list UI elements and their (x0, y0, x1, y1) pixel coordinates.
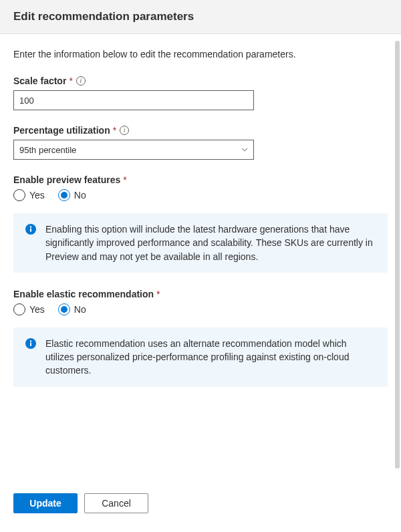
percentage-utilization-label-row: Percentage utilization * i (13, 125, 388, 136)
radio-label-no: No (74, 304, 86, 315)
radio-label-no: No (74, 190, 86, 201)
content-wrap: Enter the information below to edit the … (0, 34, 401, 484)
enable-preview-info-box: Enabling this option will include the la… (13, 213, 388, 273)
scale-factor-label: Scale factor (13, 76, 66, 86)
intro-text: Enter the information below to edit the … (13, 49, 388, 59)
radio-label-yes: Yes (29, 190, 45, 201)
enable-elastic-info-text: Elastic recommendation uses an alternate… (45, 337, 376, 378)
panel-footer: Update Cancel (0, 484, 401, 532)
info-icon[interactable]: i (76, 76, 86, 86)
enable-preview-info-text: Enabling this option will include the la… (45, 223, 376, 263)
info-badge-icon (25, 224, 36, 235)
enable-preview-radio-group: Yes No (13, 189, 388, 201)
percentage-utilization-label: Percentage utilization (13, 125, 110, 136)
info-icon[interactable]: i (120, 126, 129, 135)
enable-preview-yes[interactable]: Yes (13, 189, 45, 201)
required-marker: * (156, 289, 160, 299)
edit-recommendation-panel: Edit recommendation parameters Enter the… (0, 0, 401, 532)
percentage-utilization-value: 95th percentile (19, 145, 76, 155)
update-button[interactable]: Update (13, 493, 78, 513)
info-badge-icon (25, 338, 36, 349)
enable-preview-label: Enable preview features (13, 174, 120, 185)
enable-elastic-label: Enable elastic recommendation (13, 289, 154, 299)
cancel-button[interactable]: Cancel (84, 493, 148, 513)
field-percentage-utilization: Percentage utilization * i 95th percenti… (13, 125, 388, 160)
enable-preview-no[interactable]: No (58, 189, 86, 201)
percentage-utilization-select-wrap: 95th percentile (13, 140, 254, 160)
radio-label-yes: Yes (29, 304, 45, 315)
enable-elastic-label-row: Enable elastic recommendation * (13, 289, 388, 299)
radio-icon (13, 189, 25, 201)
scale-factor-input[interactable] (13, 90, 254, 110)
svg-point-4 (30, 340, 31, 342)
required-marker: * (123, 174, 126, 185)
svg-point-1 (30, 226, 31, 227)
required-marker: * (69, 76, 72, 86)
field-scale-factor: Scale factor * i (13, 76, 388, 110)
radio-icon (13, 303, 25, 315)
scrollbar[interactable] (395, 41, 400, 469)
radio-icon (58, 303, 70, 315)
field-enable-elastic: Enable elastic recommendation * Yes (13, 289, 388, 315)
panel-header: Edit recommendation parameters (0, 0, 401, 34)
field-enable-preview: Enable preview features * Yes No (13, 174, 388, 201)
enable-elastic-yes[interactable]: Yes (13, 303, 45, 315)
svg-rect-5 (30, 342, 31, 346)
scale-factor-label-row: Scale factor * i (13, 76, 388, 86)
svg-rect-2 (30, 229, 31, 232)
panel-content: Enter the information below to edit the … (0, 34, 401, 484)
required-marker: * (113, 125, 116, 136)
enable-elastic-info-box: Elastic recommendation uses an alternate… (13, 327, 388, 387)
panel-title: Edit recommendation parameters (13, 10, 388, 23)
radio-icon (58, 189, 70, 201)
enable-preview-label-row: Enable preview features * (13, 174, 388, 185)
percentage-utilization-select[interactable]: 95th percentile (13, 140, 254, 160)
enable-elastic-no[interactable]: No (58, 303, 86, 315)
enable-elastic-radio-group: Yes No (13, 303, 388, 315)
